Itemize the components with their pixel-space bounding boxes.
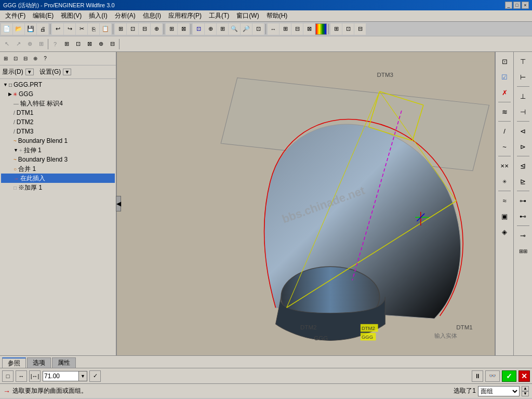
frt-btn4[interactable]: ⊣ [516,104,530,119]
tree-icon2[interactable]: ⊡ [11,54,20,63]
extra-btn1[interactable]: ⊞ [330,23,342,35]
collapse-handle[interactable]: ◀ [116,196,121,211]
rt-btn-star[interactable]: ✳ [497,174,512,189]
view-btn4[interactable]: 🔍 [229,23,240,35]
rt-btn-curve[interactable]: ~ [497,139,512,154]
frt-btn2[interactable]: ⊢ [516,70,530,84]
view-btn6[interactable]: ⊡ [252,23,264,35]
frt-btn8[interactable]: ⊵ [516,174,530,189]
display-dropdown[interactable]: ▼ [25,69,34,75]
tree-item-thicken[interactable]: □ ※加厚 1 [1,183,115,192]
tree-item-bb3[interactable]: ~ Boundary Blend 3 [1,155,115,164]
menu-file[interactable]: 文件(F) [2,10,29,21]
rt-btn-line[interactable]: / [497,124,512,138]
tree-item-extrude[interactable]: ▼ + 拉伸 1 [1,145,115,155]
tree-item-dtm1[interactable]: / DTM1 [1,108,115,117]
tree-item-input[interactable]: — 输入特征 标识4 [1,99,115,108]
tree-item-ggg[interactable]: ▶ ✳ GGG [1,89,115,99]
btn7[interactable]: ⊟ [139,23,150,35]
view-btn7[interactable]: ↔ [268,23,279,35]
type-selector[interactable]: 面组 曲面 [478,386,520,396]
redo-btn[interactable]: ↪ [64,23,75,35]
menu-app[interactable]: 应用程序(P) [165,10,205,21]
menu-insert[interactable]: 插入(I) [86,10,110,21]
rt-btn-refit[interactable]: ⊡ [497,54,512,69]
frt-btn1[interactable]: ⊤ [516,54,530,69]
bb-arrow-btn[interactable]: ↔ [16,370,27,382]
color-btn[interactable] [315,23,327,35]
extra-btn2[interactable]: ⊡ [342,23,354,35]
value-input[interactable] [43,371,79,381]
tb2-btn4[interactable]: ⊕ [95,38,107,50]
frt-btn9[interactable]: ⊶ [516,193,530,208]
frt-btn12[interactable]: ⊞⊞ [516,244,530,258]
tb2-btn5[interactable]: ⊟ [107,38,118,50]
view-btn1[interactable]: ⊡ [193,23,204,35]
btn10[interactable]: ⊠ [178,23,189,35]
query-btn[interactable]: ⊕ [24,38,35,50]
cut-btn[interactable]: ✂ [76,23,87,35]
rt-btn-wave[interactable]: ≈ [497,193,512,208]
tb2-btn2[interactable]: ⊡ [72,38,84,50]
cancel-button[interactable]: ✕ [518,370,530,382]
btn9[interactable]: ⊞ [166,23,177,35]
menu-edit[interactable]: 编辑(E) [30,10,57,21]
btn6[interactable]: ⊡ [127,23,138,35]
tree-item-dtm3[interactable]: / DTM3 [1,127,115,136]
menu-help[interactable]: 帮助(H) [263,10,291,21]
tree-icon1[interactable]: ⊞ [1,54,10,63]
tab-properties[interactable]: 属性 [52,357,76,368]
rt-btn-xx[interactable]: ✕✕ [497,158,512,173]
view-btn9[interactable]: ⊟ [291,23,303,35]
view-btn3[interactable]: ⊞ [217,23,228,35]
frt-btn5[interactable]: ⊲ [516,124,530,138]
extra-btn3[interactable]: ⊟ [354,23,366,35]
rt-btn-dia[interactable]: ◈ [497,224,512,239]
help-btn[interactable]: ? [49,38,61,50]
copy-btn[interactable]: ⎘ [88,23,99,35]
view-btn5[interactable]: 🔎 [241,23,252,35]
frt-btn3[interactable]: ⊥ [516,89,530,103]
new-btn[interactable]: 📄 [1,23,12,35]
maximize-button[interactable]: □ [513,2,521,9]
paste-btn[interactable]: 📋 [100,23,111,35]
scroll-up-btn[interactable]: ▲ [522,386,529,391]
tree-icon3[interactable]: ⊟ [21,54,30,63]
view-btn2[interactable]: ⊕ [205,23,216,35]
tree-icon4[interactable]: ⊕ [31,54,40,63]
menu-info[interactable]: 信息(I) [140,10,164,21]
frt-btn6[interactable]: ⊳ [516,139,530,154]
rt-btn-shade[interactable]: ≋ [497,104,512,119]
settings-dropdown[interactable]: ▼ [63,69,71,75]
rt-btn-check[interactable]: ☑ [497,70,512,84]
menu-view[interactable]: 视图(V) [58,10,85,21]
tb2-btn3[interactable]: ⊠ [84,38,95,50]
btn8[interactable]: ⊕ [151,23,162,35]
menu-tools[interactable]: 工具(T) [206,10,232,21]
tree-item-merge[interactable]: ○ 合并 1 [1,164,115,174]
tree-root[interactable]: ▼ □ GGG.PRT [1,80,115,89]
glasses-btn[interactable]: 👓 [485,370,500,382]
region-btn[interactable]: ⊞ [35,38,47,50]
frt-btn7[interactable]: ⊴ [516,158,530,173]
bb-side-btn[interactable]: |↔| [29,370,41,382]
undo-btn[interactable]: ↩ [52,23,63,35]
bb-square-btn[interactable]: □ [2,370,14,382]
close-button[interactable]: × [522,2,529,9]
save-btn[interactable]: 💾 [25,23,36,35]
menu-analysis[interactable]: 分析(A) [112,10,139,21]
tree-item-bb1[interactable]: ~ Boundary Blend 1 [1,136,115,145]
select-btn[interactable]: ↗ [12,38,24,50]
scroll-down-btn[interactable]: ▼ [522,391,529,396]
value-dropdown-btn[interactable]: ▼ [79,371,87,381]
menu-window[interactable]: 窗口(W) [233,10,262,21]
tree-icon5[interactable]: ? [41,54,50,63]
tb2-btn1[interactable]: ⊞ [61,38,72,50]
bb-check-btn[interactable]: ✓ [89,370,101,382]
viewport[interactable]: DTM3 DTM2 GGG DTM1 DTM2 GGG 输入实体 bbs.chi… [117,52,495,355]
view-btn8[interactable]: ⊞ [280,23,291,35]
rt-btn-cross[interactable]: ✗ [497,85,512,100]
title-bar-buttons[interactable]: _ □ × [505,2,529,9]
view-btn10[interactable]: ⊠ [303,23,315,35]
frt-btn11[interactable]: ⊸ [516,228,530,243]
